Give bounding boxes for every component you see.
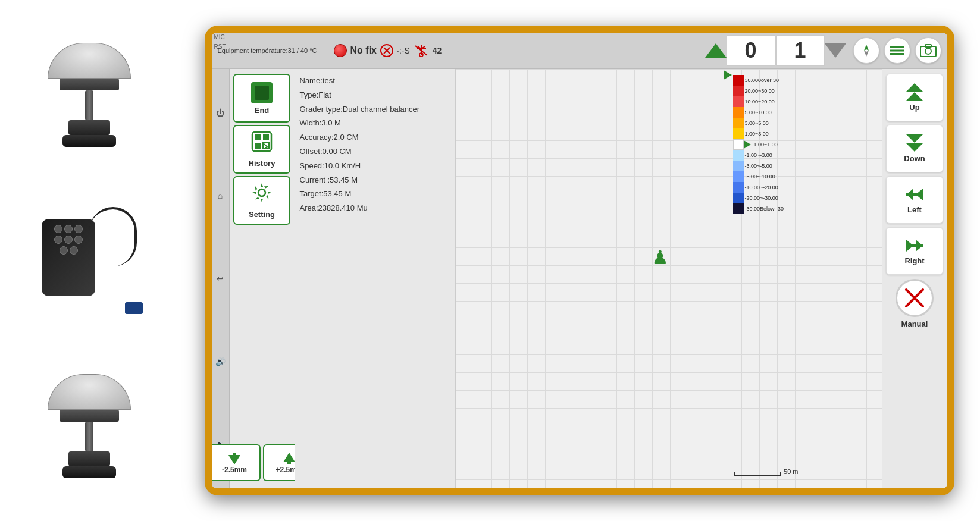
- info-offset: Offset:0.00 CM: [300, 146, 450, 158]
- scale-row-12: -30.00Below -30: [733, 203, 804, 214]
- equipment-column: [0, 0, 179, 521]
- history-button[interactable]: History: [233, 125, 290, 174]
- scale-color-3: [733, 107, 744, 118]
- right-label: Right: [904, 256, 924, 265]
- svg-rect-20: [255, 143, 261, 149]
- nav-icon-button[interactable]: [853, 37, 879, 64]
- up-arrow-1: [906, 83, 923, 92]
- end-label: End: [255, 106, 270, 115]
- left-button[interactable]: Left: [886, 176, 943, 224]
- dome-foot: [62, 135, 116, 147]
- mic-label: MIC: [214, 34, 225, 40]
- compass-icon: [859, 43, 873, 58]
- no-fix-indicator: [334, 44, 347, 57]
- scale-color-10: [733, 182, 744, 193]
- info-panel: Name:test Type:Flat Grader type:Dual cha…: [295, 69, 456, 488]
- scale-color-12: [733, 203, 744, 214]
- rst-label: RST: [214, 43, 226, 50]
- sidebar-vol-up-icon[interactable]: 🔊: [213, 354, 227, 369]
- dome-mount: [68, 120, 110, 135]
- svg-rect-19: [263, 134, 269, 140]
- end-button[interactable]: End: [233, 74, 290, 123]
- remote-btn-4: [54, 236, 62, 244]
- color-scale: 30.000over 3020.00~30.0010.00~20.005.00~…: [733, 75, 804, 214]
- end-icon: [251, 82, 273, 103]
- hamburger-icon: [890, 46, 904, 55]
- info-area: Area:23828.410 Mu: [300, 202, 450, 215]
- scale-label-11: -20.00~-30.00: [745, 195, 778, 201]
- scale-row-11: -20.00~-30.00: [733, 193, 804, 203]
- scale-row-4: 3.00~5.00: [733, 118, 804, 128]
- up-arrow-2: [906, 92, 923, 101]
- scale-row-5: 1.00~3.00: [733, 128, 804, 139]
- minus-label: -2.5mm: [222, 466, 247, 474]
- camera-icon: [920, 43, 937, 58]
- dome-base: [60, 79, 119, 90]
- scale-row-9: -5.00~-10.00: [733, 171, 804, 182]
- scale-row-10: -10.00~-20.00: [733, 182, 804, 193]
- down-arrow-2: [906, 143, 923, 152]
- scale-text: 50 m: [784, 468, 798, 475]
- tablet-screen: MIC RST Equipment température:31 / 40 °C…: [212, 33, 947, 488]
- menu-icon-button[interactable]: [884, 37, 910, 64]
- svg-rect-13: [890, 53, 904, 55]
- svg-marker-27: [283, 453, 295, 462]
- counter-up-arrow[interactable]: [705, 43, 727, 58]
- remote-connector: [125, 302, 143, 314]
- info-grader-type: Grader type:Dual channel balancer: [300, 103, 450, 116]
- remote-btn-1: [54, 225, 62, 233]
- svg-rect-31: [906, 193, 923, 196]
- manual-button[interactable]: Manual: [886, 278, 943, 328]
- scale-color-4: [733, 118, 744, 128]
- scale-color-5: [733, 128, 744, 139]
- remote-btn-3: [74, 225, 83, 233]
- scale-current-indicator: [744, 140, 751, 149]
- left-panel: End: [230, 69, 295, 488]
- scale-line: [734, 472, 781, 476]
- scale-label-9: -5.00~-10.00: [745, 174, 775, 180]
- end-inner: [255, 86, 269, 100]
- grid-overlay: [456, 69, 882, 488]
- remote-btn-2: [64, 225, 73, 233]
- setting-button[interactable]: Setting: [233, 176, 290, 225]
- svg-point-15: [925, 48, 931, 54]
- gps-antenna-bottom: [18, 358, 161, 495]
- status-right-icons: [853, 37, 941, 64]
- right-arrows-icon: [904, 237, 925, 254]
- down-arrows: [906, 134, 923, 152]
- svg-rect-34: [906, 244, 923, 247]
- x-cancel-icon: [901, 285, 928, 311]
- remote-controller: [18, 192, 161, 329]
- scale-label-7: -1.00~-3.00: [745, 152, 772, 158]
- history-svg: [251, 131, 273, 152]
- sidebar-power-icon[interactable]: ⏻: [213, 106, 227, 120]
- scale-label-2: 10.00~20.00: [745, 99, 775, 105]
- temp-text: Equipment température:31 / 40 °C: [218, 47, 317, 54]
- dome-stem-2: [85, 422, 93, 451]
- camera-icon-button[interactable]: [915, 37, 941, 64]
- up-button[interactable]: Up: [886, 74, 943, 121]
- right-button[interactable]: Right: [886, 227, 943, 275]
- scale-bar: 50 m: [734, 468, 798, 476]
- dome-top: [48, 43, 131, 79]
- scale-color-0: [733, 75, 744, 86]
- scale-row-2: 10.00~20.00: [733, 96, 804, 107]
- sidebar-home-icon[interactable]: ⌂: [213, 189, 227, 203]
- scale-color-1: [733, 86, 744, 96]
- right-controls: Up Down: [882, 69, 947, 488]
- dome-top-2: [48, 374, 131, 410]
- down-arrow-1: [906, 134, 923, 143]
- down-button[interactable]: Down: [886, 125, 943, 172]
- minus-adjust-button[interactable]: -2.5mm: [212, 444, 261, 481]
- scale-row-3: 5.00~10.00: [733, 107, 804, 118]
- info-target: Target:53.45 M: [300, 188, 450, 200]
- counter-down-arrow[interactable]: [825, 43, 846, 58]
- scale-label-0: 30.000over 30: [745, 77, 779, 83]
- scale-arrow: [724, 70, 732, 80]
- tractor-icon: ♟: [652, 246, 669, 269]
- main-container: MIC RST Equipment température:31 / 40 °C…: [0, 0, 980, 521]
- sidebar-back-icon[interactable]: ↩: [213, 271, 227, 285]
- left-arrows-icon: [904, 186, 925, 203]
- minus-arrow-icon: [226, 451, 243, 466]
- no-fix-label: No fix: [350, 45, 377, 56]
